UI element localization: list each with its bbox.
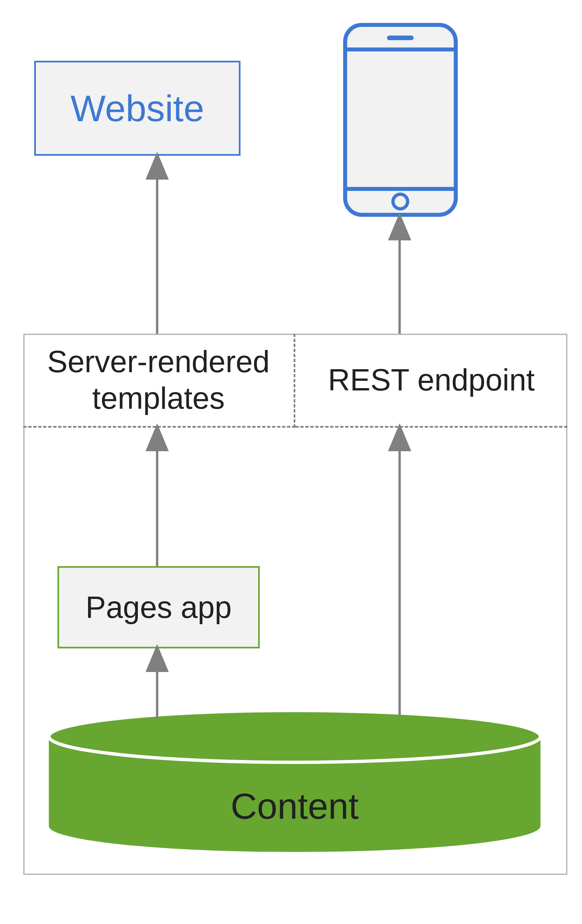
diagram-canvas: Website Server-rendered templates REST e…	[0, 0, 582, 924]
